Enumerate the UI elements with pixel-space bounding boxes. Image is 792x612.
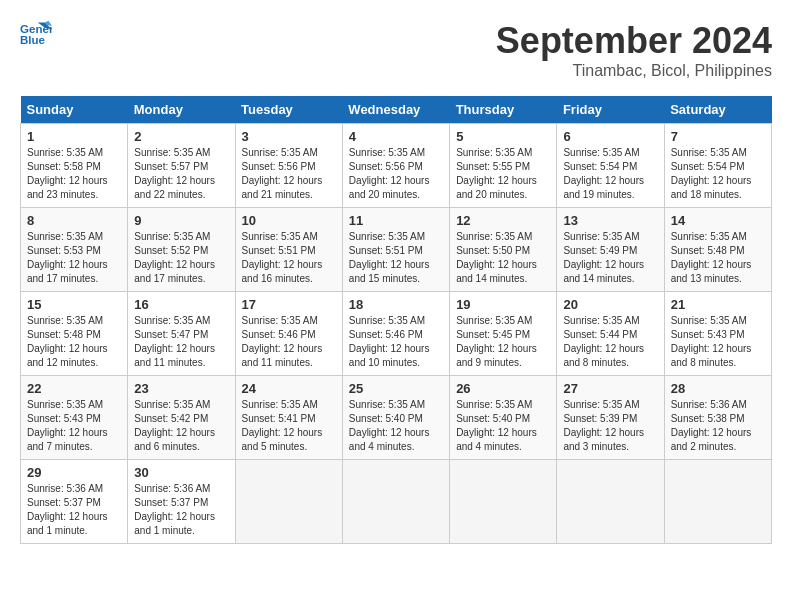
table-cell: 17Sunrise: 5:35 AMSunset: 5:46 PMDayligh… bbox=[235, 292, 342, 376]
day-info: Sunrise: 5:35 AMSunset: 5:39 PMDaylight:… bbox=[563, 398, 657, 454]
day-info: Sunrise: 5:35 AMSunset: 5:40 PMDaylight:… bbox=[456, 398, 550, 454]
table-cell: 5Sunrise: 5:35 AMSunset: 5:55 PMDaylight… bbox=[450, 124, 557, 208]
day-number: 17 bbox=[242, 297, 336, 312]
table-cell: 4Sunrise: 5:35 AMSunset: 5:56 PMDaylight… bbox=[342, 124, 449, 208]
logo-icon: General Blue bbox=[20, 20, 52, 48]
day-info: Sunrise: 5:35 AMSunset: 5:42 PMDaylight:… bbox=[134, 398, 228, 454]
day-number: 16 bbox=[134, 297, 228, 312]
day-info: Sunrise: 5:35 AMSunset: 5:48 PMDaylight:… bbox=[27, 314, 121, 370]
table-cell: 23Sunrise: 5:35 AMSunset: 5:42 PMDayligh… bbox=[128, 376, 235, 460]
table-cell: 16Sunrise: 5:35 AMSunset: 5:47 PMDayligh… bbox=[128, 292, 235, 376]
day-number: 28 bbox=[671, 381, 765, 396]
table-cell: 29Sunrise: 5:36 AMSunset: 5:37 PMDayligh… bbox=[21, 460, 128, 544]
day-number: 12 bbox=[456, 213, 550, 228]
day-info: Sunrise: 5:35 AMSunset: 5:45 PMDaylight:… bbox=[456, 314, 550, 370]
day-number: 4 bbox=[349, 129, 443, 144]
table-cell: 8Sunrise: 5:35 AMSunset: 5:53 PMDaylight… bbox=[21, 208, 128, 292]
day-info: Sunrise: 5:35 AMSunset: 5:53 PMDaylight:… bbox=[27, 230, 121, 286]
day-info: Sunrise: 5:35 AMSunset: 5:56 PMDaylight:… bbox=[349, 146, 443, 202]
col-monday: Monday bbox=[128, 96, 235, 124]
day-number: 6 bbox=[563, 129, 657, 144]
day-number: 25 bbox=[349, 381, 443, 396]
calendar-header-row: Sunday Monday Tuesday Wednesday Thursday… bbox=[21, 96, 772, 124]
day-number: 23 bbox=[134, 381, 228, 396]
day-number: 1 bbox=[27, 129, 121, 144]
day-info: Sunrise: 5:36 AMSunset: 5:37 PMDaylight:… bbox=[27, 482, 121, 538]
day-info: Sunrise: 5:36 AMSunset: 5:37 PMDaylight:… bbox=[134, 482, 228, 538]
table-cell bbox=[342, 460, 449, 544]
table-cell: 24Sunrise: 5:35 AMSunset: 5:41 PMDayligh… bbox=[235, 376, 342, 460]
table-cell: 28Sunrise: 5:36 AMSunset: 5:38 PMDayligh… bbox=[664, 376, 771, 460]
table-cell bbox=[664, 460, 771, 544]
location-text: Tinambac, Bicol, Philippines bbox=[496, 62, 772, 80]
day-number: 11 bbox=[349, 213, 443, 228]
table-cell: 14Sunrise: 5:35 AMSunset: 5:48 PMDayligh… bbox=[664, 208, 771, 292]
calendar-week-1: 1Sunrise: 5:35 AMSunset: 5:58 PMDaylight… bbox=[21, 124, 772, 208]
day-info: Sunrise: 5:35 AMSunset: 5:40 PMDaylight:… bbox=[349, 398, 443, 454]
day-info: Sunrise: 5:35 AMSunset: 5:44 PMDaylight:… bbox=[563, 314, 657, 370]
day-info: Sunrise: 5:36 AMSunset: 5:38 PMDaylight:… bbox=[671, 398, 765, 454]
day-info: Sunrise: 5:35 AMSunset: 5:46 PMDaylight:… bbox=[349, 314, 443, 370]
day-number: 10 bbox=[242, 213, 336, 228]
table-cell: 18Sunrise: 5:35 AMSunset: 5:46 PMDayligh… bbox=[342, 292, 449, 376]
day-info: Sunrise: 5:35 AMSunset: 5:48 PMDaylight:… bbox=[671, 230, 765, 286]
day-info: Sunrise: 5:35 AMSunset: 5:51 PMDaylight:… bbox=[349, 230, 443, 286]
day-number: 14 bbox=[671, 213, 765, 228]
table-cell: 30Sunrise: 5:36 AMSunset: 5:37 PMDayligh… bbox=[128, 460, 235, 544]
day-number: 19 bbox=[456, 297, 550, 312]
day-info: Sunrise: 5:35 AMSunset: 5:54 PMDaylight:… bbox=[563, 146, 657, 202]
col-tuesday: Tuesday bbox=[235, 96, 342, 124]
table-cell: 21Sunrise: 5:35 AMSunset: 5:43 PMDayligh… bbox=[664, 292, 771, 376]
table-cell: 2Sunrise: 5:35 AMSunset: 5:57 PMDaylight… bbox=[128, 124, 235, 208]
day-info: Sunrise: 5:35 AMSunset: 5:41 PMDaylight:… bbox=[242, 398, 336, 454]
day-number: 8 bbox=[27, 213, 121, 228]
col-friday: Friday bbox=[557, 96, 664, 124]
col-saturday: Saturday bbox=[664, 96, 771, 124]
svg-text:Blue: Blue bbox=[20, 34, 46, 46]
table-cell: 27Sunrise: 5:35 AMSunset: 5:39 PMDayligh… bbox=[557, 376, 664, 460]
page-header: General Blue September 2024 Tinambac, Bi… bbox=[20, 20, 772, 80]
day-number: 7 bbox=[671, 129, 765, 144]
day-info: Sunrise: 5:35 AMSunset: 5:46 PMDaylight:… bbox=[242, 314, 336, 370]
day-number: 24 bbox=[242, 381, 336, 396]
col-thursday: Thursday bbox=[450, 96, 557, 124]
day-number: 21 bbox=[671, 297, 765, 312]
table-cell: 19Sunrise: 5:35 AMSunset: 5:45 PMDayligh… bbox=[450, 292, 557, 376]
table-cell: 22Sunrise: 5:35 AMSunset: 5:43 PMDayligh… bbox=[21, 376, 128, 460]
day-number: 18 bbox=[349, 297, 443, 312]
day-info: Sunrise: 5:35 AMSunset: 5:43 PMDaylight:… bbox=[671, 314, 765, 370]
calendar-week-3: 15Sunrise: 5:35 AMSunset: 5:48 PMDayligh… bbox=[21, 292, 772, 376]
day-number: 3 bbox=[242, 129, 336, 144]
day-info: Sunrise: 5:35 AMSunset: 5:54 PMDaylight:… bbox=[671, 146, 765, 202]
table-cell: 9Sunrise: 5:35 AMSunset: 5:52 PMDaylight… bbox=[128, 208, 235, 292]
day-number: 20 bbox=[563, 297, 657, 312]
logo: General Blue bbox=[20, 20, 52, 48]
day-info: Sunrise: 5:35 AMSunset: 5:56 PMDaylight:… bbox=[242, 146, 336, 202]
table-cell: 26Sunrise: 5:35 AMSunset: 5:40 PMDayligh… bbox=[450, 376, 557, 460]
day-number: 2 bbox=[134, 129, 228, 144]
day-number: 5 bbox=[456, 129, 550, 144]
day-info: Sunrise: 5:35 AMSunset: 5:51 PMDaylight:… bbox=[242, 230, 336, 286]
day-info: Sunrise: 5:35 AMSunset: 5:58 PMDaylight:… bbox=[27, 146, 121, 202]
col-wednesday: Wednesday bbox=[342, 96, 449, 124]
table-cell: 13Sunrise: 5:35 AMSunset: 5:49 PMDayligh… bbox=[557, 208, 664, 292]
table-cell bbox=[450, 460, 557, 544]
table-cell: 10Sunrise: 5:35 AMSunset: 5:51 PMDayligh… bbox=[235, 208, 342, 292]
day-number: 13 bbox=[563, 213, 657, 228]
day-number: 9 bbox=[134, 213, 228, 228]
calendar-week-2: 8Sunrise: 5:35 AMSunset: 5:53 PMDaylight… bbox=[21, 208, 772, 292]
table-cell: 3Sunrise: 5:35 AMSunset: 5:56 PMDaylight… bbox=[235, 124, 342, 208]
col-sunday: Sunday bbox=[21, 96, 128, 124]
table-cell: 15Sunrise: 5:35 AMSunset: 5:48 PMDayligh… bbox=[21, 292, 128, 376]
day-info: Sunrise: 5:35 AMSunset: 5:49 PMDaylight:… bbox=[563, 230, 657, 286]
table-cell: 1Sunrise: 5:35 AMSunset: 5:58 PMDaylight… bbox=[21, 124, 128, 208]
month-title: September 2024 bbox=[496, 20, 772, 62]
table-cell: 20Sunrise: 5:35 AMSunset: 5:44 PMDayligh… bbox=[557, 292, 664, 376]
calendar-week-4: 22Sunrise: 5:35 AMSunset: 5:43 PMDayligh… bbox=[21, 376, 772, 460]
day-number: 29 bbox=[27, 465, 121, 480]
table-cell bbox=[557, 460, 664, 544]
day-number: 22 bbox=[27, 381, 121, 396]
table-cell: 11Sunrise: 5:35 AMSunset: 5:51 PMDayligh… bbox=[342, 208, 449, 292]
title-block: September 2024 Tinambac, Bicol, Philippi… bbox=[496, 20, 772, 80]
day-number: 15 bbox=[27, 297, 121, 312]
